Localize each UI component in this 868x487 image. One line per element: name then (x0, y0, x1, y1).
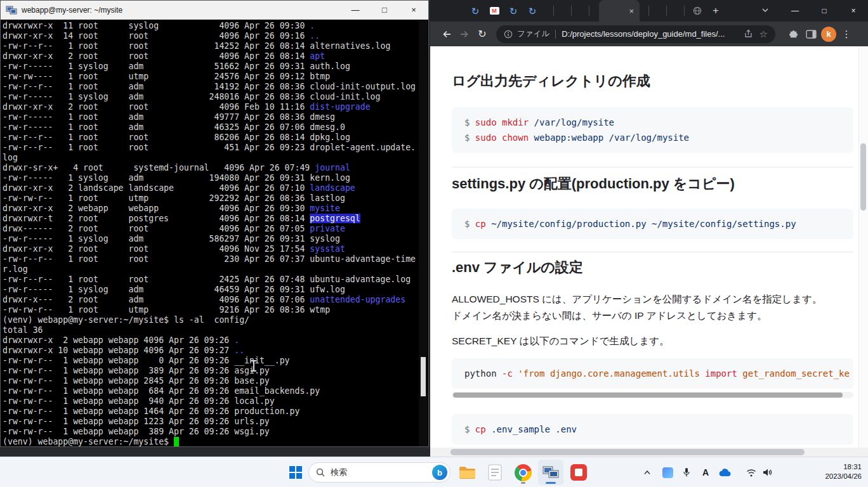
tray-app-button[interactable] (660, 460, 675, 485)
tab-close-icon[interactable]: × (629, 7, 634, 15)
desktop: webapp@my-server: ~/mysite — □ × drwxrwx… (0, 0, 868, 487)
terminal-line: total 36 (3, 325, 421, 335)
forward-button[interactable] (456, 25, 473, 43)
browser-window-controls: — □ × (780, 0, 868, 22)
terminal-line: drwxrwxr-t 2 root postgres 4096 Apr 26 0… (3, 214, 421, 224)
browser-tabstrip: ↻ M ↻ ↻ × + (430, 0, 868, 22)
new-tab-button[interactable]: + (708, 3, 723, 18)
browser-tab[interactable] (689, 3, 706, 18)
tray-network-button[interactable] (744, 460, 759, 485)
tray-microphone-button[interactable] (679, 460, 694, 485)
code-line: $ cp .env_sample .env (464, 422, 841, 437)
terminal-window-controls: — □ × (341, 1, 428, 19)
taskbar-putty[interactable] (538, 460, 563, 485)
section-divider (452, 167, 853, 167)
chevron-down-icon (761, 8, 769, 13)
pinned-tab[interactable]: ↻ (524, 3, 541, 18)
mouse-ibeam-cursor (251, 360, 256, 372)
taskbar-notepad[interactable] (482, 460, 508, 485)
tray-overflow-button[interactable] (640, 460, 655, 485)
active-indicator (546, 482, 556, 484)
tray-volume-button[interactable] (760, 460, 775, 485)
code-line: $ cp ~/mysite/config/production.py ~/mys… (464, 216, 841, 231)
tab-separator (684, 6, 685, 16)
url-scheme-label: ファイル (517, 29, 549, 39)
tab-separator (589, 6, 589, 16)
page-horizontal-scrollbar-thumb[interactable] (450, 449, 805, 455)
pinned-tab[interactable]: ↻ (505, 3, 522, 18)
terminal-minimize-button[interactable]: — (341, 1, 370, 19)
address-bar[interactable]: ファイル D:/projects/lessons/deploy_guide/md… (496, 25, 775, 43)
pinned-tab[interactable]: M (486, 3, 503, 18)
bookmark-star-icon[interactable]: ☆ (760, 29, 768, 40)
page-vertical-scrollbar-thumb[interactable] (860, 143, 866, 211)
code-block-hscrollbar-thumb[interactable] (453, 393, 843, 398)
taskbar-clock[interactable]: 18:31 2023/04/26 (825, 462, 862, 481)
terminal-maximize-button[interactable]: □ (370, 1, 399, 19)
code-block-cp-env: $ cp .env_sample .env (452, 414, 853, 445)
terminal-window: webapp@my-server: ~/mysite — □ × drwxrwx… (0, 0, 429, 447)
reload-button[interactable]: ↻ (473, 25, 491, 43)
active-tab[interactable]: × (599, 0, 640, 22)
browser-minimize-button[interactable]: — (780, 0, 810, 22)
browser-menu-button[interactable]: ⋮ (838, 25, 855, 43)
pinned-tab[interactable]: ↻ (467, 3, 483, 18)
terminal-scrollbar[interactable] (419, 20, 428, 446)
page-vertical-scrollbar[interactable] (858, 46, 868, 448)
terminal-line: -rw-r----- 1 syslog adm 586297 Apr 26 09… (3, 234, 421, 244)
terminal-line: log (3, 153, 421, 163)
url-divider (555, 30, 556, 39)
taskbar-chrome[interactable] (510, 460, 536, 485)
forward-arrow-icon (459, 29, 470, 39)
tray-onedrive-button[interactable] (716, 460, 733, 485)
share-icon[interactable] (744, 29, 753, 39)
terminal-line: -rw-r----- 1 syslog adm 194080 Apr 26 09… (3, 173, 421, 183)
code-line: $ sudo mkdir /var/log/mysite (464, 115, 841, 130)
code-block-hscrollbar[interactable] (452, 392, 853, 398)
search-placeholder: 検索 (331, 467, 347, 478)
browser-window: ↻ M ↻ ↻ × + (430, 0, 868, 457)
back-button[interactable] (438, 25, 456, 43)
page-horizontal-scrollbar[interactable] (430, 448, 859, 457)
browser-close-button[interactable]: × (839, 0, 868, 22)
sync-icon: ↻ (510, 6, 518, 16)
terminal-line: -rw-rw-r-- 1 webapp webapp 389 Apr 26 09… (3, 427, 421, 437)
taskbar-file-explorer[interactable] (454, 460, 480, 485)
microphone-icon (682, 467, 691, 477)
back-arrow-icon (442, 29, 452, 39)
taskbar-red-app[interactable] (566, 460, 591, 485)
doc-heading-log-dir: ログ出力先ディレクトリの作成 (452, 73, 853, 89)
terminal-line: -rw-r----- 1 root adm 49777 Apr 26 08:36… (3, 112, 421, 122)
start-button[interactable] (283, 460, 308, 485)
browser-content: ログ出力先ディレクトリの作成 $ sudo mkdir /var/log/mys… (430, 46, 868, 457)
terminal-screen: drwxrwxr-x 11 root syslog 4096 Apr 26 09… (1, 20, 421, 446)
code-block-mkdir-chown: $ sudo mkdir /var/log/mysite$ sudo chown… (452, 107, 853, 153)
ime-mode-indicator[interactable]: A (698, 460, 713, 485)
tab-separator (648, 6, 649, 16)
terminal-close-button[interactable]: × (399, 1, 428, 19)
terminal-line: -rw-r--r-- 1 root root 230 Apr 26 07:37 … (3, 254, 421, 264)
red-app-icon (570, 464, 587, 481)
terminal-line: drwxrwxr-x 11 root syslog 4096 Apr 26 09… (3, 21, 421, 31)
taskbar-search[interactable]: 検索 b (308, 462, 450, 483)
extensions-button[interactable] (784, 25, 802, 43)
scrollbar-corner (859, 448, 868, 457)
doc-paragraph-secret-key: SECRET_KEY は以下のコマンドで生成します。 (452, 333, 853, 349)
code-line: python -c 'from django.core.management.u… (464, 366, 841, 381)
browser-maximize-button[interactable]: □ (810, 0, 839, 22)
tab-separator (553, 6, 554, 16)
terminal-line: drwxr-sr-x+ 4 root systemd-journal 4096 … (3, 163, 421, 173)
terminal-titlebar[interactable]: webapp@my-server: ~/mysite — □ × (1, 1, 428, 20)
tabstrip-chevron-button[interactable] (761, 8, 769, 13)
terminal-scrollbar-thumb[interactable] (421, 357, 426, 396)
terminal-line: drwxrwxr-x 2 webapp webapp 4096 Apr 26 0… (3, 335, 421, 346)
terminal-line: -rw-r----- 1 syslog adm 248016 Apr 26 08… (3, 92, 421, 102)
browser-toolbar: ↻ ファイル D:/projects/lessons/deploy_guide/… (430, 22, 868, 46)
side-panel-button[interactable] (802, 25, 820, 43)
terminal-line: -rw-rw-r-- 1 webapp webapp 1223 Apr 26 0… (3, 417, 421, 427)
terminal-line: drwxr-xr-x 2 webapp webapp 4096 Apr 26 0… (3, 204, 421, 214)
profile-avatar[interactable]: k (820, 25, 838, 43)
windows-logo-icon (289, 466, 302, 479)
terminal-line: -rw-rw-r-- 1 webapp webapp 940 Apr 26 09… (3, 396, 421, 406)
doc-heading-env-file: .env ファイルの設定 (452, 259, 853, 276)
